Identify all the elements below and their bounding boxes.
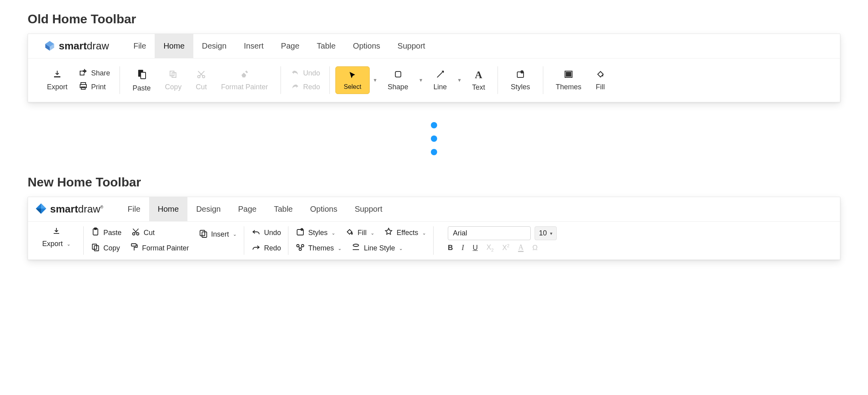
subscript-button[interactable]: X2 xyxy=(486,243,494,252)
line-style-label: Line Style xyxy=(364,244,395,252)
font-size-value: 10 xyxy=(539,229,547,237)
svg-rect-7 xyxy=(141,72,146,79)
menu-table[interactable]: Table xyxy=(265,197,301,221)
font-family-select[interactable]: Arial xyxy=(448,226,531,240)
insert-button[interactable]: Insert ⌄ xyxy=(198,229,237,240)
line-dropdown[interactable]: ▼ xyxy=(454,77,465,83)
menu-page[interactable]: Page xyxy=(229,197,265,221)
undo-button[interactable]: Undo xyxy=(251,227,281,239)
format-painter-icon xyxy=(129,243,139,254)
menu-support[interactable]: Support xyxy=(346,197,391,221)
menu-table[interactable]: Table xyxy=(308,34,344,58)
paste-button[interactable]: Paste xyxy=(91,227,122,239)
effects-label: Effects xyxy=(397,229,418,237)
shape-dropdown[interactable]: ▼ xyxy=(415,77,427,83)
export-button[interactable]: Export xyxy=(40,70,75,91)
chevron-down-icon: ⌄ xyxy=(422,230,426,236)
italic-button[interactable]: I xyxy=(462,244,464,252)
chevron-down-icon: ⌄ xyxy=(370,230,374,236)
svg-point-15 xyxy=(521,71,523,73)
themes-icon xyxy=(296,243,305,254)
insert-icon xyxy=(198,229,208,240)
shape-tool-button[interactable]: Shape xyxy=(381,70,415,91)
format-painter-icon xyxy=(240,70,249,81)
cut-icon xyxy=(196,70,206,81)
text-icon: A xyxy=(475,69,483,81)
export-label: Export xyxy=(47,83,67,91)
line-style-icon xyxy=(351,243,361,254)
logo-text: smartdraw xyxy=(59,40,109,52)
cut-button[interactable]: Cut xyxy=(131,227,155,239)
effects-button[interactable]: Effects ⌄ xyxy=(384,227,426,239)
select-label: Select xyxy=(344,83,361,90)
new-menubar: smartdraw® File Home Design Page Table O… xyxy=(28,197,840,222)
cut-icon xyxy=(131,227,140,239)
export-button[interactable]: Export ⌄ xyxy=(42,240,71,248)
underline-button[interactable]: U xyxy=(473,244,478,252)
menu-file[interactable]: File xyxy=(125,34,155,58)
chevron-down-icon: ⌄ xyxy=(399,246,403,251)
redo-button[interactable]: Redo xyxy=(251,243,281,254)
fill-button[interactable]: Fill ⌄ xyxy=(345,227,374,239)
separator xyxy=(329,66,330,94)
select-tool-button[interactable]: Select xyxy=(335,66,369,94)
superscript-button[interactable]: X2 xyxy=(502,243,509,252)
font-color-button[interactable]: A xyxy=(518,244,524,252)
styles-button[interactable]: Styles ⌄ xyxy=(296,227,335,239)
svg-rect-18 xyxy=(569,72,571,74)
format-painter-button[interactable]: Format Painter xyxy=(214,70,275,91)
format-painter-label: Format Painter xyxy=(221,83,268,91)
share-button[interactable]: Share xyxy=(79,68,110,79)
cut-button[interactable]: Cut xyxy=(189,70,214,91)
menu-design[interactable]: Design xyxy=(187,197,229,221)
fill-button[interactable]: Fill xyxy=(589,70,612,91)
copy-button[interactable]: Copy xyxy=(158,70,189,91)
separator xyxy=(83,226,84,255)
caret-down-icon: ▾ xyxy=(550,231,552,236)
select-dropdown[interactable]: ▼ xyxy=(370,77,381,83)
menu-home[interactable]: Home xyxy=(155,34,193,58)
undo-icon xyxy=(290,68,300,79)
themes-button[interactable]: Themes ⌄ xyxy=(296,243,342,254)
menu-support[interactable]: Support xyxy=(389,34,434,58)
logo: smartdraw xyxy=(44,40,109,53)
symbol-button[interactable]: Ω xyxy=(532,244,537,252)
menu-home[interactable]: Home xyxy=(149,197,187,221)
styles-icon xyxy=(516,70,525,81)
old-ribbon: Export Share Print Paste Copy Cut xyxy=(28,58,840,102)
paste-icon xyxy=(136,68,148,82)
styles-button[interactable]: Styles xyxy=(503,70,537,91)
themes-icon xyxy=(564,70,573,81)
undo-button[interactable]: Undo xyxy=(290,68,320,79)
shape-icon xyxy=(393,70,403,81)
themes-label: Themes xyxy=(556,83,582,91)
themes-label: Themes xyxy=(308,244,334,252)
bold-button[interactable]: B xyxy=(448,244,453,252)
format-painter-button[interactable]: Format Painter xyxy=(129,243,189,254)
menu-page[interactable]: Page xyxy=(272,34,308,58)
line-tool-button[interactable]: Line xyxy=(427,70,454,91)
print-label: Print xyxy=(91,83,106,91)
menu-options[interactable]: Options xyxy=(344,34,389,58)
menu-design[interactable]: Design xyxy=(193,34,235,58)
text-tool-button[interactable]: A Text xyxy=(465,69,492,92)
svg-rect-30 xyxy=(200,230,205,236)
menu-options[interactable]: Options xyxy=(301,197,346,221)
menu-file[interactable]: File xyxy=(119,197,149,221)
menu-insert[interactable]: Insert xyxy=(235,34,272,58)
svg-rect-19 xyxy=(566,75,571,76)
font-size-select[interactable]: 10 ▾ xyxy=(535,226,557,240)
heading-new: New Home Toolbar xyxy=(28,175,840,190)
line-style-button[interactable]: Line Style ⌄ xyxy=(351,243,403,254)
copy-icon xyxy=(91,243,100,254)
section-separator-dots xyxy=(28,122,840,155)
new-ribbon: Export ⌄ Paste Cut Copy xyxy=(28,222,840,260)
download-icon xyxy=(52,70,62,81)
paste-button[interactable]: Paste xyxy=(125,68,158,92)
svg-rect-31 xyxy=(202,232,207,237)
redo-button[interactable]: Redo xyxy=(290,81,320,93)
copy-button[interactable]: Copy xyxy=(91,243,120,254)
chevron-down-icon: ⌄ xyxy=(338,246,342,251)
themes-button[interactable]: Themes xyxy=(549,70,589,91)
print-button[interactable]: Print xyxy=(79,81,110,93)
